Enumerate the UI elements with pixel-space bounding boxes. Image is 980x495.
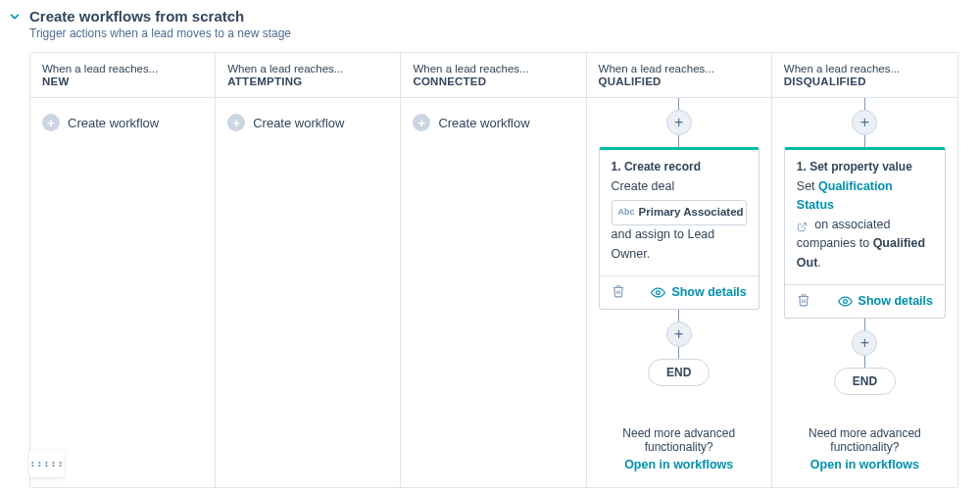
add-action-button-top[interactable]: + xyxy=(666,110,692,135)
abc-icon: Abc xyxy=(618,206,635,220)
card-footer: Show details xyxy=(785,284,945,318)
open-in-workflows-link[interactable]: Open in workflows xyxy=(599,458,760,471)
column-stage-name: CONNECTED xyxy=(413,75,573,87)
eye-icon xyxy=(838,294,853,309)
connector-line xyxy=(864,135,865,147)
column-footer: Need more advanced functionality? Open i… xyxy=(599,426,760,477)
show-details-label: Show details xyxy=(671,285,746,299)
plus-icon: + xyxy=(413,114,430,131)
card-title: 1. Create record xyxy=(600,150,759,177)
column-header-prefix: When a lead reaches... xyxy=(599,63,760,74)
card-line: and assign to Lead Owner. xyxy=(612,225,747,264)
property-token: Abc Primary Associated Object Name xyxy=(612,200,747,225)
workflow-column-new: When a lead reaches... NEW + Create work… xyxy=(30,53,216,487)
workflow-columns-grid: When a lead reaches... NEW + Create work… xyxy=(29,52,958,488)
card-body: Set Qualification Status on associated c… xyxy=(785,177,945,284)
delete-icon[interactable] xyxy=(797,293,810,310)
add-action-button-bottom[interactable]: + xyxy=(852,330,877,356)
show-details-label: Show details xyxy=(858,294,933,308)
plus-icon: + xyxy=(227,114,245,131)
delete-icon[interactable] xyxy=(612,284,625,301)
end-node: END xyxy=(648,359,710,386)
connector-line xyxy=(864,356,865,368)
column-body: + Create workflow xyxy=(401,98,585,487)
show-details-button[interactable]: Show details xyxy=(838,294,933,309)
connector-line xyxy=(678,310,679,322)
column-header: When a lead reaches... QUALIFIED xyxy=(587,53,771,98)
chevron-down-icon[interactable] xyxy=(8,10,22,26)
advanced-text: Need more advanced functionality? xyxy=(599,426,760,454)
end-node: END xyxy=(834,368,896,395)
advanced-text: Need more advanced functionality? xyxy=(784,426,946,454)
column-body: + 1. Set property value Set Qualificatio… xyxy=(772,98,957,487)
add-action-button-top[interactable]: + xyxy=(852,110,877,135)
connector-line xyxy=(678,98,679,110)
token-text: Primary Associated Object Name xyxy=(639,204,747,222)
column-stage-name: ATTEMPTING xyxy=(227,75,388,87)
workflow-column-disqualified: When a lead reaches... DISQUALIFIED + 1.… xyxy=(772,53,957,487)
connector-line xyxy=(864,98,865,110)
workflow-column-connected: When a lead reaches... CONNECTED + Creat… xyxy=(401,53,586,487)
column-header-prefix: When a lead reaches... xyxy=(227,63,388,74)
create-workflow-label: Create workflow xyxy=(438,116,529,130)
card-text: Set xyxy=(797,179,818,193)
card-body: Create deal Abc Primary Associated Objec… xyxy=(600,177,759,275)
workflow-column-attempting: When a lead reaches... ATTEMPTING + Crea… xyxy=(216,53,401,487)
section-title: Create workflows from scratch xyxy=(29,8,291,25)
create-workflow-label: Create workflow xyxy=(68,116,159,130)
connector-line xyxy=(678,135,679,147)
create-workflow-label: Create workflow xyxy=(253,116,344,130)
card-title: 1. Set property value xyxy=(785,150,945,177)
card-line: Create deal xyxy=(612,177,747,196)
create-workflow-button[interactable]: + Create workflow xyxy=(42,112,203,133)
column-stage-name: DISQUALIFIED xyxy=(784,75,946,87)
column-header: When a lead reaches... ATTEMPTING xyxy=(216,53,400,98)
column-stage-name: QUALIFIED xyxy=(599,75,760,87)
column-footer: Need more advanced functionality? Open i… xyxy=(784,426,946,477)
open-in-workflows-link[interactable]: Open in workflows xyxy=(784,458,946,471)
connector-line xyxy=(864,319,865,330)
create-workflow-button[interactable]: + Create workflow xyxy=(227,112,388,133)
column-body: + 1. Create record Create deal Abc Prima… xyxy=(587,98,771,487)
svg-line-1 xyxy=(801,223,806,227)
column-header: When a lead reaches... NEW xyxy=(30,53,215,98)
drag-dots-icon: • • • • • • • • • • xyxy=(31,461,63,467)
section-heading-block: Create workflows from scratch Trigger ac… xyxy=(29,8,291,40)
drag-handle[interactable]: • • • • • • • • • • xyxy=(29,450,65,477)
column-header-prefix: When a lead reaches... xyxy=(42,63,203,74)
column-header: When a lead reaches... CONNECTED xyxy=(401,53,585,98)
column-header: When a lead reaches... DISQUALIFIED xyxy=(772,53,957,98)
workflow-column-qualified: When a lead reaches... QUALIFIED + 1. Cr… xyxy=(587,53,772,487)
connector-line xyxy=(678,347,679,359)
action-card-set-property[interactable]: 1. Set property value Set Qualification … xyxy=(784,147,946,319)
section-header: Create workflows from scratch Trigger ac… xyxy=(0,0,980,46)
create-workflow-button[interactable]: + Create workflow xyxy=(413,112,573,133)
show-details-button[interactable]: Show details xyxy=(651,285,746,300)
svg-point-2 xyxy=(843,300,847,304)
external-link-icon xyxy=(797,220,808,230)
column-header-prefix: When a lead reaches... xyxy=(784,63,946,74)
plus-icon: + xyxy=(42,114,60,131)
svg-point-0 xyxy=(657,291,661,295)
add-action-button-bottom[interactable]: + xyxy=(666,322,692,347)
column-stage-name: NEW xyxy=(42,75,203,87)
card-text: . xyxy=(817,256,820,270)
card-footer: Show details xyxy=(600,275,759,309)
column-body: + Create workflow xyxy=(30,98,215,487)
section-subtitle: Trigger actions when a lead moves to a n… xyxy=(29,26,291,40)
eye-icon xyxy=(651,285,665,300)
column-body: + Create workflow xyxy=(216,98,400,487)
action-card-create-record[interactable]: 1. Create record Create deal Abc Primary… xyxy=(599,147,760,310)
column-header-prefix: When a lead reaches... xyxy=(413,63,573,74)
